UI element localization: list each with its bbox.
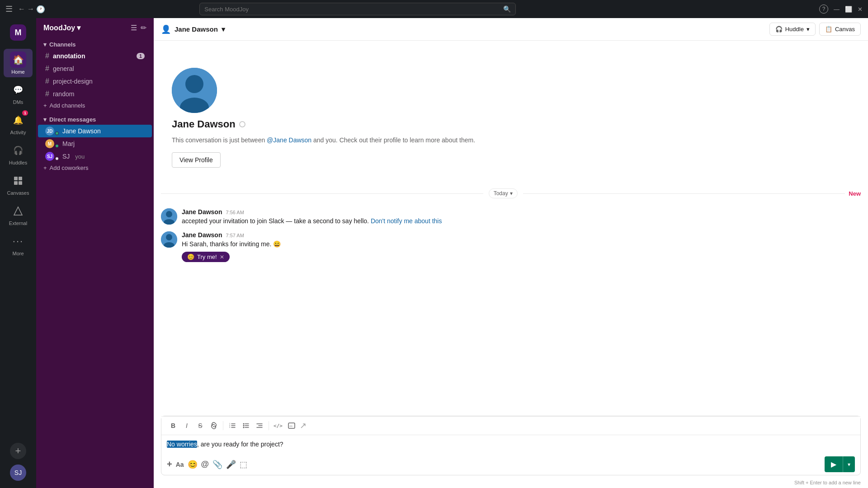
sidebar: MoodJoy ▾ ☰ ✏ ▾ Channels # annotation 1 … — [36, 18, 154, 488]
intro-text: This conversation is just between @Jane … — [172, 136, 850, 145]
format-divider — [223, 421, 223, 430]
clip-icon[interactable]: 📎 — [212, 460, 222, 469]
back-button[interactable]: ← — [18, 5, 25, 14]
header-user-icon: 👤 — [161, 24, 171, 34]
link-button[interactable] — [208, 419, 220, 432]
try-me-close-icon[interactable]: ✕ — [220, 254, 224, 260]
try-me-badge[interactable]: 😊 Try me! ✕ — [182, 252, 230, 262]
header-chevron-icon: ▾ — [222, 25, 225, 33]
forward-button[interactable]: → — [27, 5, 34, 14]
add-workspace-button[interactable]: + — [10, 443, 26, 459]
jane-avatar: JD — [45, 127, 54, 136]
mention-link[interactable]: @Jane Dawson — [267, 136, 311, 144]
huddle-icon: 🎧 — [775, 26, 783, 33]
text-format-icon[interactable]: Aa — [176, 461, 184, 468]
create-icon[interactable]: ⬚ — [240, 460, 247, 469]
workspace-name[interactable]: MoodJoy ▾ — [43, 23, 80, 32]
message-text-2: Hi Sarah, thanks for inviting me. 😀 — [182, 239, 861, 249]
rail-item-home[interactable]: 🏠 Home — [4, 49, 33, 77]
svg-rect-1 — [19, 177, 22, 180]
code-block-button[interactable]: <> — [285, 419, 298, 432]
bold-button[interactable]: B — [167, 419, 179, 432]
strikethrough-button[interactable]: S — [194, 419, 207, 432]
dm-section: ▾ Direct messages JD Jane Dawson M Marj … — [36, 113, 154, 175]
sidebar-item-marj[interactable]: M Marj — [38, 137, 152, 150]
view-profile-button[interactable]: View Profile — [172, 152, 221, 168]
rail-item-more[interactable]: ··· More — [4, 230, 33, 259]
ordered-list-button[interactable]: 123 — [226, 419, 239, 432]
date-badge[interactable]: Today ▾ — [489, 188, 518, 198]
sidebar-header: MoodJoy ▾ ☰ ✏ — [36, 18, 154, 38]
huddle-button[interactable]: 🎧 Huddle ▾ — [769, 23, 816, 36]
message-input[interactable]: No worries, are you ready for the projec… — [161, 435, 860, 454]
code-button[interactable]: </> — [272, 419, 284, 432]
help-icon[interactable]: ? — [819, 5, 828, 14]
send-button-group: ▶ ▾ — [825, 456, 855, 472]
user-avatar-rail[interactable]: SJ — [10, 465, 26, 481]
message-text-1: accepted your invitation to join Slack —… — [182, 216, 861, 226]
add-channels-button[interactable]: + Add channels — [36, 100, 154, 111]
sj-status — [55, 157, 59, 160]
dm-section-header[interactable]: ▾ Direct messages — [36, 114, 154, 125]
svg-marker-4 — [14, 207, 22, 215]
try-me-emoji-icon: 😊 — [187, 253, 194, 260]
rail-label-dms: DMs — [13, 99, 24, 105]
canvas-button[interactable]: 📋 Canvas — [819, 23, 861, 36]
channel-name-random: random — [53, 90, 74, 98]
header-user-info[interactable]: 👤 Jane Dawson ▾ — [161, 24, 225, 34]
huddle-label: Huddle — [785, 26, 804, 33]
nav-arrows: ← → 🕐 — [18, 5, 45, 14]
add-coworkers-button[interactable]: + Add coworkers — [36, 163, 154, 173]
dont-notify-link[interactable]: Don't notify me about this — [371, 217, 442, 225]
mic-icon[interactable]: 🎤 — [226, 460, 236, 469]
message-time-2: 7:57 AM — [226, 233, 244, 238]
maximize-button[interactable]: ⬜ — [845, 6, 852, 13]
search-bar[interactable]: 🔍 — [199, 3, 516, 15]
canvas-label: Canvas — [835, 26, 855, 33]
rail-item-activity[interactable]: 🔔 1 Activity — [4, 109, 33, 138]
rail-item-dms[interactable]: 💬 DMs — [4, 79, 33, 108]
sidebar-item-random[interactable]: # random — [38, 88, 152, 100]
send-dropdown-button[interactable]: ▾ — [843, 456, 855, 472]
rail-item-huddles[interactable]: 🎧 Huddles — [4, 140, 33, 168]
icon-rail: M 🏠 Home 💬 DMs 🔔 1 Activity 🎧 Huddles Ca… — [0, 18, 36, 488]
filter-icon[interactable]: ☰ — [131, 23, 137, 32]
italic-button[interactable]: I — [180, 419, 193, 432]
close-button[interactable]: ✕ — [858, 6, 863, 13]
jane-dm-name: Jane Dawson — [62, 127, 101, 135]
svg-rect-2 — [14, 181, 18, 185]
attach-icon[interactable]: + — [167, 459, 172, 469]
message-sender-1: Jane Dawson — [182, 208, 222, 216]
message-row: Jane Dawson 7:56 AM accepted your invita… — [161, 206, 861, 229]
minimize-button[interactable]: — — [834, 6, 840, 13]
svg-point-6 — [185, 75, 203, 93]
sj-dm-name: SJ — [62, 153, 70, 160]
emoji-icon[interactable]: 😊 — [188, 460, 198, 469]
sidebar-item-annotation[interactable]: # annotation 1 — [38, 50, 152, 62]
chat-area: Jane Dawson This conversation is just be… — [154, 41, 868, 412]
sidebar-item-sj[interactable]: SJ SJ you — [38, 150, 152, 163]
rail-label-canvases: Canvases — [7, 190, 29, 196]
message-header-1: Jane Dawson 7:56 AM — [182, 208, 861, 216]
menu-icon[interactable]: ☰ — [5, 4, 13, 14]
sidebar-item-project-design[interactable]: # project-design — [38, 75, 152, 88]
unordered-list-button[interactable] — [240, 419, 252, 432]
indent-button[interactable] — [253, 419, 266, 432]
search-input[interactable] — [204, 6, 503, 13]
rail-item-external[interactable]: External — [4, 200, 33, 229]
workspace-avatar: M — [10, 24, 26, 41]
message-time-1: 7:56 AM — [226, 210, 244, 215]
rail-item-canvases[interactable]: Canvases — [4, 170, 33, 198]
rail-workspace[interactable]: M — [4, 22, 33, 43]
hash-icon: # — [45, 52, 49, 60]
sidebar-item-jane[interactable]: JD Jane Dawson — [38, 125, 152, 137]
svg-rect-3 — [19, 181, 22, 185]
cursor-icon[interactable]: ↗ — [300, 421, 307, 431]
divider-line-left — [161, 193, 483, 194]
channels-section-header[interactable]: ▾ Channels — [36, 39, 154, 50]
send-button[interactable]: ▶ — [825, 456, 843, 472]
history-button[interactable]: 🕐 — [36, 5, 45, 14]
mention-icon[interactable]: @ — [201, 460, 209, 469]
compose-icon[interactable]: ✏ — [141, 23, 146, 32]
sidebar-item-general[interactable]: # general — [38, 62, 152, 75]
